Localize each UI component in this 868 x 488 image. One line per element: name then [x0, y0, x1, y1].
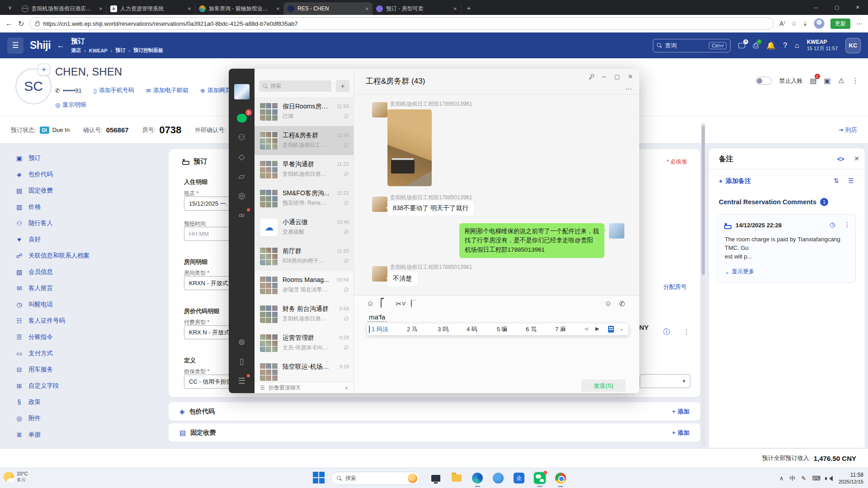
- kebab-icon[interactable]: ⋮: [683, 328, 690, 336]
- start-button[interactable]: [313, 472, 326, 484]
- sidebar-item-membership[interactable]: ▧会员信息: [0, 264, 168, 280]
- ime-candidate-2[interactable]: 2 马: [407, 325, 418, 333]
- screenshot-scissors-icon[interactable]: ✂˅: [396, 300, 406, 308]
- code-view-icon[interactable]: <>: [837, 155, 844, 163]
- add-phone-link[interactable]: ▯添加手机号码: [94, 86, 134, 94]
- home-icon[interactable]: ⌂: [795, 42, 799, 50]
- volume-icon[interactable]: [826, 476, 833, 481]
- browser-tab-5[interactable]: 预订 - 房型可卖 ✕: [373, 2, 461, 15]
- ime-expand-icon[interactable]: ⌄: [619, 326, 623, 332]
- sort-icon[interactable]: ⇅: [834, 177, 839, 184]
- edge-icon[interactable]: [470, 471, 485, 485]
- address-bar[interactable]: https://cn1.web.ep.shiji.world/reservati…: [29, 17, 774, 30]
- wechat-user-avatar[interactable]: [234, 84, 250, 99]
- collapse-pinned-bar[interactable]: ☰ 折叠置顶聊天 ∧: [255, 382, 354, 393]
- chat-row-selected[interactable]: 工程&房务群 11:56 贵阳机场假日工程部...: [255, 126, 354, 155]
- global-search-input[interactable]: 查询 Ctrl+/: [653, 39, 731, 52]
- user-avatar[interactable]: KC: [845, 38, 861, 53]
- ime-tool-icon[interactable]: [608, 326, 614, 333]
- clipboard-icon[interactable]: ▣: [824, 76, 831, 85]
- sidebar-item-price[interactable]: ▥价格: [0, 199, 168, 215]
- package-code-bar[interactable]: ◈ 包价代码 +添加: [169, 402, 700, 421]
- no-post-toggle[interactable]: [755, 77, 772, 85]
- back-icon[interactable]: ←: [5, 19, 13, 28]
- taskbar-search-input[interactable]: 搜索: [331, 472, 420, 485]
- property-info[interactable]: KWEAP 15 12月 11:57: [807, 39, 838, 52]
- ime-candidate-5[interactable]: 5 嘛: [497, 325, 508, 333]
- minimize-button[interactable]: ─: [806, 0, 826, 15]
- help-icon[interactable]: ?: [783, 42, 787, 50]
- sidebar-item-guest-id[interactable]: ☷客人证件号码: [0, 313, 168, 329]
- assign-room-link[interactable]: 分配房号: [663, 283, 687, 291]
- breadcrumb-item[interactable]: KWEAP: [89, 48, 108, 53]
- chat-history-icon[interactable]: [411, 300, 412, 308]
- browser-app-icon[interactable]: [491, 471, 505, 485]
- taskbar-weather[interactable]: 10°C 多云: [4, 470, 28, 483]
- breadcrumb-item[interactable]: 酒店: [71, 47, 81, 54]
- downloads-icon[interactable]: ⇣: [802, 20, 808, 27]
- warning-icon[interactable]: ⚠: [838, 76, 844, 85]
- moments-icon[interactable]: ◎: [235, 190, 249, 202]
- chat-row[interactable]: 假日Rooms房态... 11:56 已调: [255, 97, 354, 126]
- sidebar-item-transport[interactable]: ⊟用车服务: [0, 361, 168, 378]
- mini-window-icon[interactable]: ⊚: [235, 336, 249, 348]
- sidebar-item-guest-messages[interactable]: ✉客人留言: [0, 280, 168, 296]
- browser-tab-4-active[interactable]: RES - CHEN ✕: [284, 2, 373, 15]
- sender-avatar[interactable]: [372, 102, 387, 117]
- add-note-button[interactable]: +添加备注: [719, 177, 751, 185]
- wechat-taskbar-icon[interactable]: [533, 471, 547, 485]
- browser-tab-2[interactable]: S 人力资源管理系统 ✕: [107, 2, 195, 15]
- ime-language-indicator[interactable]: 中: [789, 474, 795, 483]
- breadcrumb-item[interactable]: 预订: [115, 47, 125, 54]
- browser-menu-icon[interactable]: ⋯: [856, 20, 863, 27]
- tab-close-icon[interactable]: ✕: [276, 6, 280, 11]
- sidebar-item-policies[interactable]: §政策: [0, 394, 168, 410]
- channels-icon[interactable]: ∞: [235, 209, 249, 221]
- sidebar-item-linked-profiles[interactable]: ☍关联信息和联系人档案: [0, 248, 168, 264]
- ime-candidate-6[interactable]: 6 骂: [526, 325, 537, 333]
- tab-search-button[interactable]: ∨: [4, 2, 16, 13]
- sidebar-item-preferences[interactable]: ♥喜好: [0, 231, 168, 248]
- browser-update-button[interactable]: 更新: [830, 19, 850, 29]
- tab-close-icon[interactable]: ✕: [453, 6, 457, 11]
- printer-icon[interactable]: ⎙✓: [753, 42, 759, 50]
- emoji-icon[interactable]: ☺: [367, 300, 374, 308]
- header-back-icon[interactable]: ←: [57, 41, 65, 50]
- video-call-icon[interactable]: ✆: [619, 300, 625, 308]
- browser-profile-avatar[interactable]: [814, 18, 825, 29]
- pinyin-composition[interactable]: ma'fa: [368, 313, 387, 322]
- new-tab-button[interactable]: +: [463, 2, 475, 14]
- chat-row[interactable]: 前厅群 11:15 928房间的橙子，放...: [255, 242, 354, 271]
- notifications-bell-icon[interactable]: 🔔: [766, 41, 775, 50]
- filter-icon[interactable]: ☰: [848, 177, 854, 184]
- taskbar-clock[interactable]: 11:58 2025/12/15: [839, 471, 863, 485]
- chats-icon[interactable]: 1: [235, 112, 249, 124]
- chat-maximize-icon[interactable]: ▢: [614, 73, 620, 80]
- chat-minimize-icon[interactable]: ─: [602, 73, 606, 80]
- profile-kebab-icon[interactable]: ⋮: [852, 76, 859, 85]
- contacts-icon[interactable]: ⚇: [235, 131, 249, 143]
- sidebar-item-accompanying-guests[interactable]: ⚇随行客人: [0, 215, 168, 231]
- refresh-icon[interactable]: ↻: [18, 19, 24, 28]
- add-email-link[interactable]: ✉添加电子邮箱: [146, 86, 189, 94]
- sidebar-item-fixed-charges[interactable]: ▤固定收费: [0, 183, 168, 199]
- voice-call-icon[interactable]: ☺: [604, 300, 612, 308]
- history-clock-icon[interactable]: ◷: [830, 221, 835, 228]
- more-menu-icon[interactable]: ☰: [235, 375, 249, 387]
- sidebar-item-payment-method[interactable]: ▭支付方式: [0, 345, 168, 361]
- message-photo[interactable]: [387, 109, 432, 186]
- sidebar-item-routing[interactable]: ☰分账指令: [0, 329, 168, 345]
- chat-row[interactable]: 早餐沟通群 11:22 贵阳机场假日酒店值...: [255, 155, 354, 184]
- work-app-icon[interactable]: 企: [512, 471, 526, 485]
- task-view-icon[interactable]: [429, 471, 443, 485]
- chat-row[interactable]: SM&FO客房沟... 11:21 预定经理- Rena：已...: [255, 184, 354, 213]
- send-button[interactable]: 发送(S): [581, 380, 626, 392]
- document-icon[interactable]: ▤1: [810, 76, 816, 85]
- maximize-button[interactable]: ▢: [826, 0, 847, 15]
- chat-close-icon[interactable]: ✕: [628, 73, 633, 80]
- tab-close-icon[interactable]: ✕: [365, 6, 369, 11]
- fixed-charges-bar[interactable]: ▤ 固定收费 +添加: [169, 423, 700, 442]
- chat-row[interactable]: 财务 前台沟通群 9:58 贵阳机场假日酒店值...: [255, 300, 354, 328]
- tab-close-icon[interactable]: ✕: [188, 6, 191, 11]
- tab-close-icon[interactable]: ✕: [99, 6, 103, 11]
